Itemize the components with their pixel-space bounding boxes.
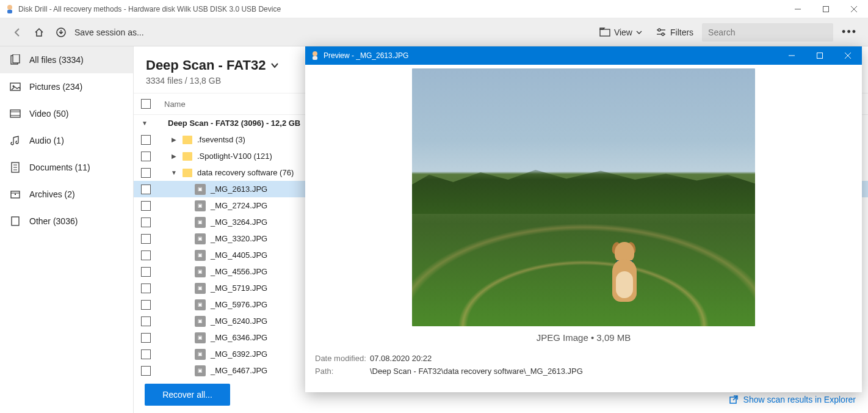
svg-rect-7 <box>600 29 610 36</box>
toolbar: Save session as... View Filters ••• <box>0 18 868 46</box>
checkbox[interactable] <box>141 201 151 211</box>
date-modified-value: 07.08.2020 20:22 <box>370 354 432 363</box>
recover-all-button[interactable]: Recover all... <box>145 384 230 406</box>
app-icon <box>5 4 15 14</box>
search-input[interactable] <box>702 23 833 42</box>
column-name-header[interactable]: Name <box>158 100 186 109</box>
image-file-icon: ▣ <box>195 349 206 360</box>
back-button[interactable] <box>6 21 28 43</box>
file-label: _MG_6467.JPG <box>211 366 267 375</box>
svg-rect-26 <box>12 217 19 225</box>
svg-point-0 <box>7 5 12 10</box>
checkbox[interactable] <box>141 185 151 194</box>
svg-point-28 <box>313 51 317 56</box>
sidebar-item-label: Archives (2) <box>29 189 75 199</box>
svg-rect-13 <box>13 54 20 63</box>
checkbox[interactable] <box>141 250 151 260</box>
save-session-label[interactable]: Save session as... <box>74 27 144 37</box>
window-titlebar: Disk Drill - All recovery methods - Hard… <box>0 0 868 18</box>
file-label: _MG_5719.JPG <box>211 283 267 293</box>
image-file-icon: ▣ <box>195 233 206 244</box>
filters-label: Filters <box>670 27 693 37</box>
files-icon <box>10 54 21 65</box>
sidebar-item-video[interactable]: Video (50) <box>0 100 133 127</box>
show-in-explorer-link[interactable]: Show scan results in Explorer <box>729 395 856 404</box>
sidebar-item-label: Documents (11) <box>29 163 90 172</box>
sidebar-item-label: Other (3036) <box>29 216 78 226</box>
filters-button[interactable]: Filters <box>651 24 698 41</box>
folder-label: .Spotlight-V100 (121) <box>197 152 272 161</box>
audio-icon <box>10 135 21 146</box>
select-all-checkbox[interactable] <box>141 99 151 109</box>
file-label: _MG_6346.JPG <box>211 333 267 342</box>
file-label: _MG_6240.JPG <box>211 316 267 326</box>
svg-rect-31 <box>817 53 823 59</box>
checkbox[interactable] <box>141 316 151 326</box>
view-dropdown[interactable]: View <box>595 24 647 41</box>
image-file-icon: ▣ <box>195 200 206 211</box>
archives-icon <box>10 189 21 200</box>
checkbox[interactable] <box>141 333 151 343</box>
checkbox[interactable] <box>141 283 151 293</box>
sidebar-item-label: Pictures (234) <box>29 82 82 92</box>
folder-label: data recovery software (76) <box>197 168 294 177</box>
file-label: _MG_4405.JPG <box>211 250 267 260</box>
checkbox[interactable] <box>141 366 151 376</box>
sidebar-item-label: Audio (1) <box>29 136 64 145</box>
collapse-icon[interactable]: ▼ <box>141 120 148 126</box>
image-file-icon: ▣ <box>195 365 206 376</box>
sliders-icon <box>656 28 667 37</box>
preview-title: Preview - _MG_2613.JPG <box>324 51 778 60</box>
preview-minimize-button[interactable] <box>778 46 806 65</box>
file-label: _MG_3320.JPG <box>211 234 267 243</box>
svg-rect-16 <box>10 110 20 117</box>
preview-image <box>412 68 755 326</box>
file-label: _MG_6392.JPG <box>211 349 267 359</box>
sidebar-item-documents[interactable]: Documents (11) <box>0 154 133 181</box>
sidebar-item-archives[interactable]: Archives (2) <box>0 181 133 208</box>
expand-icon[interactable]: ▶ <box>170 153 178 159</box>
folder-icon <box>183 136 192 144</box>
collapse-icon[interactable]: ▼ <box>170 169 178 176</box>
checkbox[interactable] <box>141 152 151 161</box>
preview-panel: Preview - _MG_2613.JPG JPEG Image • 3,09… <box>305 46 862 392</box>
folder-label: .fseventsd (3) <box>197 135 245 144</box>
checkbox[interactable] <box>141 135 151 145</box>
image-file-icon: ▣ <box>195 299 206 310</box>
checkbox[interactable] <box>141 349 151 359</box>
preview-maximize-button[interactable] <box>806 46 834 65</box>
folder-icon <box>599 27 610 37</box>
window-maximize-button[interactable] <box>812 0 840 18</box>
checkbox[interactable] <box>141 267 151 277</box>
file-label: _MG_4556.JPG <box>211 267 267 276</box>
image-file-icon: ▣ <box>195 316 206 327</box>
sidebar-item-other[interactable]: Other (3036) <box>0 208 133 235</box>
checkbox[interactable] <box>141 168 151 178</box>
save-session-icon[interactable] <box>50 21 72 43</box>
checkbox[interactable] <box>141 217 151 227</box>
checkbox[interactable] <box>141 300 151 310</box>
image-file-icon: ▣ <box>195 283 206 294</box>
svg-rect-29 <box>313 56 317 60</box>
checkbox[interactable] <box>141 234 151 244</box>
home-button[interactable] <box>28 21 50 43</box>
sidebar-item-all-files[interactable]: All files (3334) <box>0 46 133 73</box>
image-file-icon: ▣ <box>195 266 206 277</box>
svg-point-11 <box>662 33 664 35</box>
video-icon <box>10 108 21 119</box>
expand-icon[interactable]: ▶ <box>170 136 178 143</box>
folder-icon <box>183 169 192 177</box>
image-file-icon: ▣ <box>195 217 206 228</box>
path-label: Path: <box>315 367 370 376</box>
window-close-button[interactable] <box>840 0 868 18</box>
sidebar-item-pictures[interactable]: Pictures (234) <box>0 73 133 100</box>
documents-icon <box>10 162 21 173</box>
pictures-icon <box>10 81 21 92</box>
window-minimize-button[interactable] <box>784 0 812 18</box>
preview-close-button[interactable] <box>834 46 862 65</box>
svg-rect-1 <box>7 10 12 13</box>
sidebar-item-audio[interactable]: Audio (1) <box>0 127 133 154</box>
more-button[interactable]: ••• <box>837 26 862 38</box>
svg-point-9 <box>658 29 660 31</box>
sidebar-item-label: All files (3334) <box>29 55 84 65</box>
